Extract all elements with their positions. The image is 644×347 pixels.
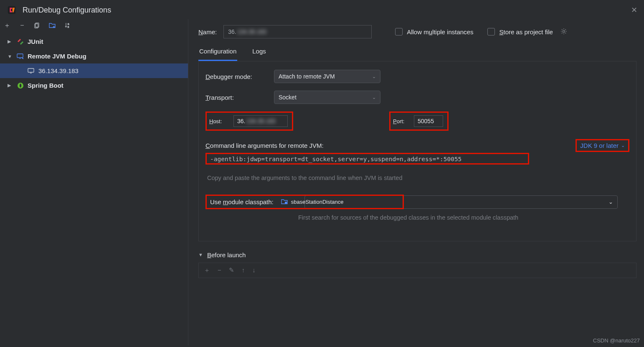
cmdline-arguments[interactable]: -agentlib:jdwp=transport=dt_socket,serve…: [205, 153, 529, 165]
chevron-right-icon: ▶: [8, 83, 15, 88]
window-title: Run/Debug Configurations: [23, 6, 111, 15]
tree-label: Spring Boot: [28, 82, 63, 89]
tree-item-junit[interactable]: ▶ JUnit: [0, 34, 188, 49]
module-value: sbaseStationDistance: [291, 199, 344, 205]
svg-rect-6: [28, 68, 34, 72]
module-highlight: Use module classpath: sbaseStationDistan…: [205, 195, 404, 209]
allow-multiple-label: Allow multiple instances: [407, 28, 473, 35]
module-hint: First search for sources of the debugged…: [298, 213, 524, 223]
tree-item-spring-boot[interactable]: ▶ Spring Boot: [0, 78, 188, 93]
copy-hint: Copy and paste the arguments to the comm…: [205, 175, 629, 181]
store-project-checkbox[interactable]: [487, 28, 495, 35]
module-icon: [281, 198, 288, 205]
allow-multiple-checkbox[interactable]: [395, 28, 403, 35]
spring-icon: [16, 82, 25, 89]
tab-configuration[interactable]: Configuration: [198, 48, 237, 61]
host-label: Host:: [209, 118, 233, 124]
up-icon[interactable]: ↑: [242, 266, 245, 274]
port-highlight: Port: 50055: [389, 111, 449, 131]
port-label: Port:: [393, 118, 414, 124]
chevron-down-icon[interactable]: ▼: [198, 252, 203, 257]
copy-icon[interactable]: [33, 22, 41, 29]
sidebar: ＋ − az ▶ JUnit ▼ Remote JVM Debug 36.134…: [0, 19, 188, 345]
transport-select[interactable]: Socket⌄: [274, 91, 380, 104]
tree-label: Remote JVM Debug: [28, 53, 86, 60]
chevron-right-icon: ▶: [8, 39, 15, 44]
chevron-down-icon: ⌄: [372, 74, 376, 79]
close-icon[interactable]: ✕: [631, 5, 637, 15]
remote-debug-icon: [16, 53, 25, 60]
chevron-down-icon: ⌄: [621, 143, 625, 148]
chevron-down-icon: ▼: [8, 54, 15, 59]
tree-item-remote-jvm[interactable]: ▼ Remote JVM Debug: [0, 49, 188, 63]
chevron-down-icon: ⌄: [372, 95, 376, 100]
svg-point-8: [563, 30, 565, 32]
intellij-icon: [7, 5, 17, 15]
svg-text:a: a: [68, 23, 69, 25]
down-icon[interactable]: ↓: [252, 266, 256, 274]
remove-icon[interactable]: −: [18, 22, 26, 29]
svg-rect-0: [8, 6, 15, 14]
watermark: CSDN @naruto227: [593, 337, 640, 344]
svg-text:z: z: [68, 25, 69, 28]
module-label: Use module classpath:: [210, 198, 274, 205]
debugger-mode-select[interactable]: Attach to remote JVM⌄: [274, 70, 380, 83]
folder-add-icon[interactable]: [48, 22, 56, 29]
name-label: Name:: [198, 28, 217, 35]
tree-item-remote-child[interactable]: 36.134.39.183: [0, 63, 188, 78]
svg-rect-9: [285, 202, 287, 204]
remove-icon[interactable]: −: [218, 266, 221, 274]
host-input[interactable]: 36.134.39.183: [233, 115, 288, 127]
junit-icon: [16, 38, 25, 46]
add-icon[interactable]: ＋: [3, 22, 11, 29]
chevron-down-icon: ⌄: [609, 199, 613, 205]
port-input[interactable]: 50055: [414, 115, 443, 127]
transport-label: Transport:: [205, 94, 274, 101]
tab-logs[interactable]: Logs: [251, 48, 267, 61]
tree-label: 36.134.39.183: [38, 67, 79, 74]
add-icon[interactable]: ＋: [204, 266, 210, 274]
debugger-mode-label: Debugger mode:: [205, 73, 274, 80]
remote-debug-icon: [27, 67, 36, 75]
before-launch-label: Before launch: [207, 251, 246, 258]
name-input[interactable]: 36.134.39.183: [223, 25, 372, 38]
tree-label: JUnit: [28, 38, 43, 45]
svg-rect-5: [17, 54, 23, 58]
sort-icon[interactable]: az: [63, 22, 71, 29]
jdk-version-select[interactable]: JDK 9 or later⌄: [576, 139, 629, 152]
host-highlight: Host: 36.134.39.183: [205, 111, 293, 131]
cmdline-label: Command line arguments for remote JVM:: [205, 142, 324, 149]
store-project-label: Store as project file: [499, 28, 553, 35]
gear-icon[interactable]: [560, 28, 567, 36]
edit-icon[interactable]: ✎: [229, 266, 234, 274]
